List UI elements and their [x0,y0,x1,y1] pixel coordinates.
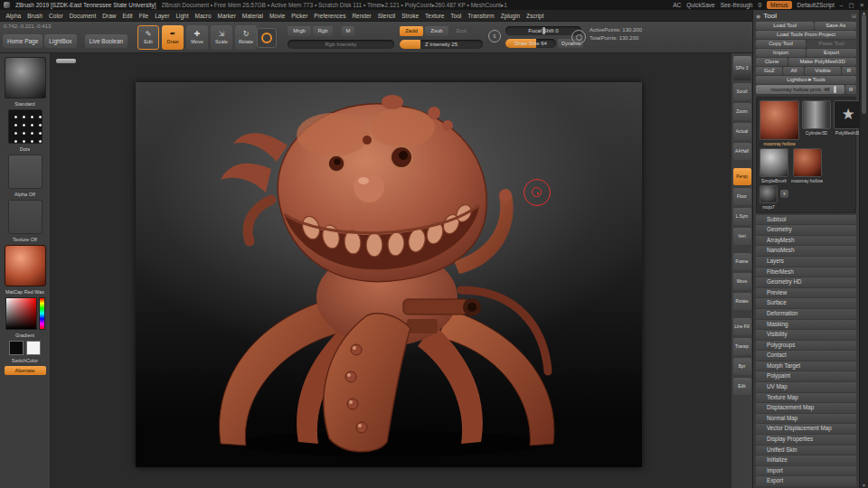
tool-section-header[interactable]: Displacement Map [756,403,856,413]
alternate-button[interactable]: Alternate [5,366,46,375]
menu-item[interactable]: Zscript [524,10,548,22]
tool-section-header[interactable]: Deformation [756,309,856,319]
lightbox-tools-button[interactable]: Lightbox►Tools [756,76,856,84]
menu-item[interactable]: Transform [465,10,497,22]
tool-section-header[interactable]: ArrayMesh [756,236,856,246]
menu-item[interactable]: Stencil [374,10,399,22]
shelf-button[interactable]: Vert [733,228,751,245]
tool-section-header[interactable]: Import [756,466,856,476]
shelf-button[interactable]: Actual [733,123,751,140]
copy-tool-button[interactable]: Copy Tool [756,40,806,48]
menu-item[interactable]: Edit [119,10,136,22]
shelf-button[interactable]: Persp [733,168,751,185]
stroke-curve-icon[interactable]: S [488,30,501,42]
menu-item[interactable]: Picker [288,10,311,22]
tool-section-header[interactable]: Preview [756,288,856,298]
tool-section-header[interactable]: Masking [756,320,856,330]
tool-section-header[interactable]: Unified Skin [756,446,856,455]
menu-item[interactable]: Light [173,10,192,22]
panel-collapse-icon[interactable]: ⊟ [852,13,856,19]
scroll-down-icon[interactable]: ▼ [860,483,868,488]
tool-section-header[interactable]: Morph Target [756,361,856,371]
tool-section-header[interactable]: Layers [756,257,856,267]
tool-section-header[interactable]: Subtool [756,215,856,225]
goz-visible-button[interactable]: Visible [805,67,840,75]
shelf-button[interactable]: AAHalf [733,143,751,160]
tool-section-header[interactable]: UV Map [756,382,856,392]
paste-tool-button[interactable]: Paste Tool [807,40,856,48]
zadd-button[interactable]: Zadd [400,26,423,36]
menu-item[interactable]: Document [66,10,99,22]
script-name[interactable]: DefaultZScript [797,2,835,8]
cylinder3d-thumbnail[interactable] [802,100,831,129]
home-page-button[interactable]: Home Page [3,34,42,48]
menu-item[interactable]: Marker [214,10,239,22]
menu-item[interactable]: Render [349,10,374,22]
restore-config-button[interactable]: R [845,85,856,94]
export-button[interactable]: Export [807,49,856,57]
polymesh3d-thumbnail[interactable]: ★ [834,100,859,129]
m-button[interactable]: M [342,26,354,36]
shelf-button[interactable]: Zoom [733,103,751,120]
shelf-button[interactable]: Move [733,273,751,290]
focal-shift-slider[interactable]: Focal Shift 0 [505,26,581,35]
tool-section-header[interactable]: Export [756,476,856,486]
scrollbar-thumb[interactable] [862,14,866,114]
doc-scroll-slider[interactable] [56,59,76,63]
simplebrush-thumbnail[interactable] [760,148,788,177]
menu-item[interactable]: Brush [24,10,46,22]
menu-item[interactable]: Zplugin [497,10,523,22]
shelf-button[interactable]: L.Sym [733,208,751,225]
hue-strip[interactable] [39,297,45,330]
tool-section-header[interactable]: NanoMesh [756,246,856,256]
shelf-button[interactable]: Edit [733,378,751,395]
tool-section-header[interactable]: Geometry [756,225,856,235]
shelf-button[interactable]: Transp [733,338,751,355]
menu-item[interactable]: Preferences [311,10,349,22]
menu-item[interactable]: Material [239,10,266,22]
minimize-icon[interactable]: – [840,0,844,10]
sculpt-model[interactable] [136,82,642,467]
tool-section-header[interactable]: Display Properties [756,435,856,445]
menu-item[interactable]: File [136,10,151,22]
tool-section-header[interactable]: Contact [756,351,856,361]
tool-section-header[interactable]: Geometry HD [756,277,856,287]
save-as-button[interactable]: Save As [815,22,856,30]
main-color-swatch[interactable] [9,341,24,355]
load-tools-from-project-button[interactable]: Load Tools From Project [756,31,856,39]
close-icon[interactable]: ✕ [860,0,864,10]
tool-section-header[interactable]: Normal Map [756,414,856,424]
shelf-button[interactable]: Rotate [733,293,751,310]
stroke-thumbnail[interactable] [8,109,42,144]
menu-item[interactable]: Texture [422,10,448,22]
import-button[interactable]: Import [756,49,806,57]
goz-r-button[interactable]: R [842,67,856,75]
shelf-button[interactable]: Line Fill [733,318,751,335]
shelf-button[interactable]: Frame [733,253,751,270]
color-picker[interactable] [5,297,45,330]
goz-all-button[interactable]: All [783,67,804,75]
make-polymesh3d-button[interactable]: Make PolyMesh3D [788,58,856,66]
saturation-square[interactable] [5,297,37,330]
tool-section-header[interactable]: Polypaint [756,371,856,381]
live-boolean-button[interactable]: Live Boolean [85,34,128,48]
alpha-thumbnail[interactable] [8,155,42,189]
clone-button[interactable]: Clone [756,58,788,66]
texture-thumbnail[interactable] [8,200,42,234]
dynamic-size-icon[interactable] [571,30,586,44]
brush-preview-button[interactable] [257,28,277,48]
panel-scrollbar[interactable]: ▲ ▼ [859,10,868,488]
document-canvas[interactable] [136,82,642,467]
draw-button[interactable]: ✒ Draw [162,25,184,50]
active-tool-slider[interactable]: moonray hollow print. 48 [756,85,844,94]
edit-button[interactable]: ✎ Edit [137,25,159,50]
tool-section-header[interactable]: Surface [756,298,856,308]
goz-button[interactable]: GoZ [756,67,782,75]
quicksave-button[interactable]: QuickSave [686,2,714,8]
move-button[interactable]: ✚ Move [186,25,208,50]
tool-section-header[interactable]: Polygroups [756,341,856,351]
tool-section-header[interactable]: Texture Map [756,393,856,403]
menu-item[interactable]: Color [46,10,67,22]
tool-section-header[interactable]: Vector Displacement Map [756,424,856,434]
scale-button[interactable]: ⇲ Scale [211,25,232,50]
